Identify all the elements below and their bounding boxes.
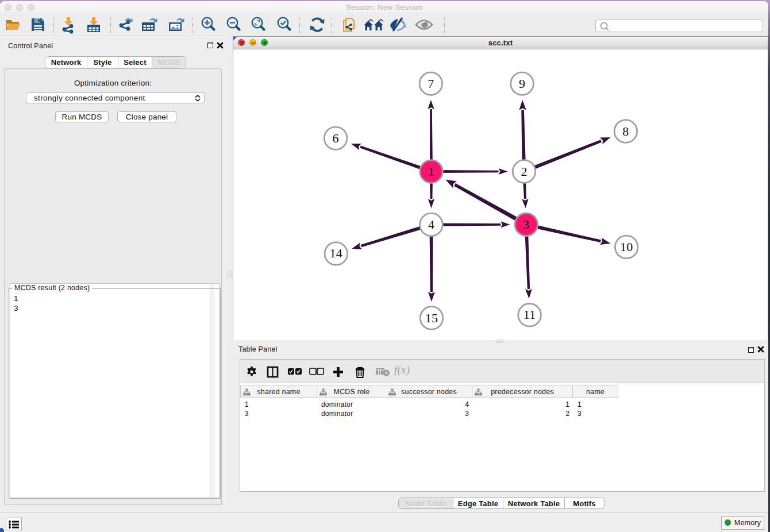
svg-text:1: 1	[428, 164, 434, 179]
svg-text:4: 4	[428, 217, 434, 232]
svg-text:15: 15	[425, 311, 438, 325]
svg-text:9: 9	[519, 76, 525, 91]
svg-text:8: 8	[622, 124, 629, 138]
svg-text:2: 2	[521, 164, 527, 179]
svg-text:14: 14	[330, 246, 342, 260]
svg-text:10: 10	[620, 240, 633, 254]
svg-text:11: 11	[523, 307, 536, 322]
svg-text:7: 7	[428, 76, 434, 91]
svg-text:6: 6	[332, 131, 338, 145]
svg-text:3: 3	[523, 217, 529, 232]
